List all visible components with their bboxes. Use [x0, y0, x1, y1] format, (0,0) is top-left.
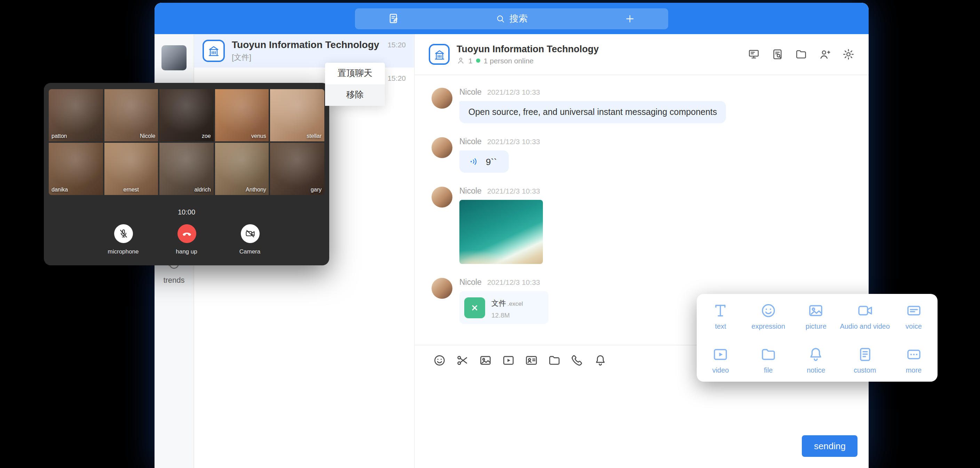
participant-name: ernest [124, 187, 139, 193]
chat-record-icon[interactable] [771, 48, 784, 61]
voice-message-bubble[interactable]: 9`` [460, 150, 509, 173]
group-avatar [202, 40, 225, 62]
avatar[interactable] [431, 187, 452, 208]
building-icon [433, 48, 445, 60]
feature-voice[interactable]: voice [890, 294, 937, 338]
online-dot [476, 59, 480, 63]
picture-icon[interactable] [479, 353, 492, 367]
text-icon [713, 302, 729, 319]
feature-grid: textexpressionpictureAudio and videovoic… [697, 294, 937, 382]
feature-custom[interactable]: custom [840, 338, 889, 382]
feature-notice[interactable]: notice [792, 338, 840, 382]
feature-label: picture [806, 322, 827, 330]
add-button[interactable] [592, 13, 668, 24]
avatar[interactable] [431, 278, 452, 299]
participant-name: stellar [307, 133, 321, 139]
call-control: microphone [103, 224, 143, 255]
feature-video[interactable]: video [697, 338, 745, 382]
message-voice: Nicole 2021/12/3 10:33 9`` [431, 137, 869, 173]
more-icon [905, 346, 922, 363]
image-message-thumbnail[interactable] [460, 200, 543, 264]
conversation-last-message: [文件] [232, 52, 406, 63]
hang-up-button[interactable] [177, 224, 196, 243]
menu-item-pin-chat[interactable]: 置顶聊天 [325, 63, 385, 84]
folder-icon[interactable] [548, 353, 561, 367]
call-participant-tile[interactable]: gary [270, 143, 325, 195]
message-image: Nicole 2021/12/3 10:33 [431, 187, 869, 264]
microphone-off-button[interactable] [114, 224, 133, 243]
call-participant-tile[interactable]: stellar [270, 89, 325, 141]
feature-label: expression [751, 322, 785, 330]
file-extension: .excel [508, 300, 523, 307]
user-avatar[interactable] [161, 45, 186, 70]
call-participant-tile[interactable]: danika [49, 143, 103, 195]
feature-picture[interactable]: picture [792, 294, 840, 338]
excel-file-icon [464, 297, 485, 318]
message-time: 2021/12/3 10:33 [487, 187, 540, 195]
file-message-card[interactable]: 文件.excel 12.8M [460, 291, 549, 324]
video-icon[interactable] [502, 353, 515, 367]
custom-icon [856, 346, 873, 363]
call-participant-tile[interactable]: ernest [104, 143, 158, 195]
audio-video-icon [856, 302, 873, 319]
bell-icon[interactable] [594, 353, 607, 367]
call-participant-tile[interactable]: patton [49, 89, 103, 141]
conversation-info: Tuoyun Information Technology [文件] [232, 39, 406, 63]
screen: 搜索 trends [0, 0, 980, 468]
voice-icon [905, 302, 922, 319]
message-time: 2021/12/3 10:33 [487, 278, 540, 286]
building-icon [207, 45, 220, 57]
avatar[interactable] [431, 88, 452, 109]
file-size: 12.8M [492, 311, 523, 319]
participant-name: venus [251, 133, 266, 139]
notice-icon [808, 346, 824, 363]
avatar[interactable] [431, 137, 452, 158]
search-input[interactable]: 搜索 [431, 12, 592, 25]
phone-icon[interactable] [571, 353, 584, 367]
file-icon[interactable] [795, 48, 807, 61]
feature-label: more [906, 366, 922, 374]
search-placeholder: 搜索 [509, 12, 528, 25]
contract-icon [387, 13, 399, 24]
participant-name: gary [311, 187, 321, 193]
expression-icon [760, 302, 777, 319]
participant-name: Anthony [246, 187, 266, 193]
emoji-icon[interactable] [433, 353, 446, 367]
conversation-title: Tuoyun Information Technology [232, 39, 406, 50]
member-icon[interactable] [819, 48, 831, 61]
message-author: Nicole [460, 137, 482, 145]
message-input[interactable] [415, 375, 869, 468]
scissors-icon[interactable] [456, 353, 469, 367]
feature-expression[interactable]: expression [745, 294, 792, 338]
feature-label: text [715, 322, 726, 330]
feature-more[interactable]: more [890, 338, 937, 382]
send-button[interactable]: sending [802, 435, 858, 457]
online-status: 1 person online [484, 56, 534, 65]
member-count: 1 [468, 56, 473, 65]
camera-off-icon [245, 228, 255, 239]
message-author: Nicole [460, 278, 482, 286]
feature-audio-and-video[interactable]: Audio and video [840, 294, 889, 338]
contract-button[interactable] [355, 13, 431, 24]
contact-card-icon[interactable] [525, 353, 538, 367]
topbar: 搜索 [154, 3, 869, 34]
feature-file[interactable]: file [745, 338, 792, 382]
video-play-icon [713, 346, 729, 363]
settings-icon[interactable] [842, 48, 855, 61]
message-text: Nicole 2021/12/3 10:33 Open source, free… [431, 88, 869, 123]
call-participant-tile[interactable]: aldrich [159, 143, 213, 195]
feature-text[interactable]: text [697, 294, 745, 338]
microphone-off-icon [118, 228, 129, 239]
text-message-bubble: Open source, free, and universal instant… [460, 101, 726, 123]
call-participant-tile[interactable]: Nicole [104, 89, 158, 141]
call-participant-tile[interactable]: venus [215, 89, 269, 141]
call-participant-tile[interactable]: zoe [159, 89, 213, 141]
message-author: Nicole [460, 88, 482, 96]
camera-off-button[interactable] [240, 224, 259, 243]
message-time: 2021/12/3 10:33 [487, 137, 540, 145]
voice-wave-icon [468, 156, 480, 167]
search-icon [496, 14, 505, 23]
menu-item-remove[interactable]: 移除 [325, 84, 385, 106]
call-participant-tile[interactable]: Anthony [215, 143, 269, 195]
notice-board-icon[interactable] [748, 48, 760, 61]
